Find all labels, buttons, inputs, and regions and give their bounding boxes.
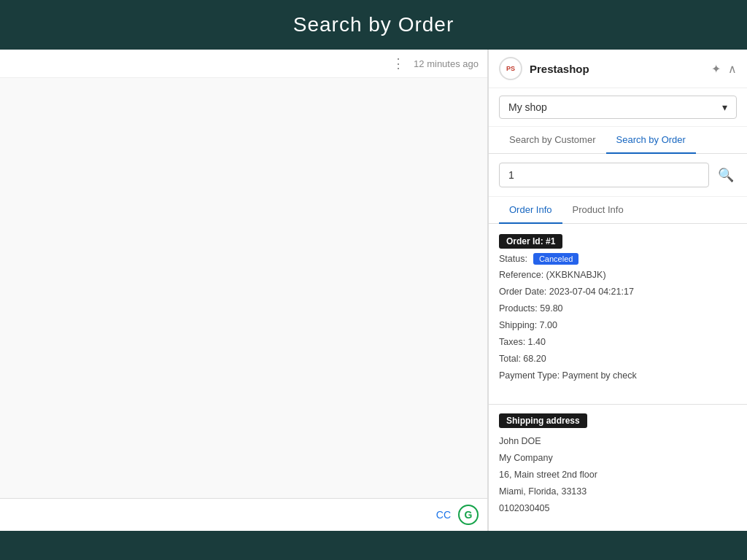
date-line: Order Date: 2023-07-04 04:21:17 bbox=[499, 284, 737, 299]
cc-label: CC bbox=[436, 509, 451, 521]
grammarly-button[interactable]: G bbox=[458, 505, 479, 525]
status-line: Status: Canceled bbox=[499, 253, 737, 265]
address-company: My Company bbox=[499, 451, 737, 465]
sub-tab-bar: Order Info Product Info bbox=[489, 197, 747, 224]
address-phone: 0102030405 bbox=[499, 501, 737, 516]
right-panel: PS Prestashop ✦ ∧ My shop ▾ Search by Cu… bbox=[488, 50, 747, 531]
bottom-bar bbox=[0, 531, 747, 560]
top-bar-title: Search by Order bbox=[293, 13, 454, 36]
divider-1 bbox=[489, 404, 747, 405]
header-left: PS Prestashop bbox=[499, 57, 589, 80]
shop-selector-value: My shop bbox=[508, 101, 547, 113]
taxes-line: Taxes: 1.40 bbox=[499, 335, 737, 349]
products-line: Products: 59.80 bbox=[499, 301, 737, 316]
left-panel-body bbox=[0, 78, 487, 501]
prestashop-logo: PS bbox=[499, 57, 522, 80]
sub-tab-product-info[interactable]: Product Info bbox=[562, 197, 634, 224]
order-id-badge: Order Id: #1 bbox=[499, 234, 562, 249]
address-name: John DOE bbox=[499, 434, 737, 448]
shop-selector[interactable]: My shop ▾ bbox=[499, 96, 737, 119]
search-icon: 🔍 bbox=[718, 168, 734, 182]
tab-search-by-order[interactable]: Search by Order bbox=[606, 127, 696, 154]
order-info-section: Order Id: #1 Status: Canceled Reference:… bbox=[489, 224, 747, 395]
main-tab-bar: Search by Customer Search by Order bbox=[489, 127, 747, 154]
app-name: Prestashop bbox=[530, 63, 589, 75]
chevron-down-icon: ▾ bbox=[722, 101, 727, 113]
left-panel-top-bar: ⋮ 12 minutes ago bbox=[0, 50, 487, 78]
timestamp: 12 minutes ago bbox=[414, 58, 479, 69]
left-panel: ⋮ 12 minutes ago CC G bbox=[0, 50, 488, 531]
shipping-line: Shipping: 7.00 bbox=[499, 318, 737, 332]
reference-line: Reference: (XKBKNABJK) bbox=[499, 268, 737, 282]
shipping-section: Shipping address John DOE My Company 16,… bbox=[489, 413, 747, 528]
top-bar: Search by Order bbox=[0, 0, 747, 50]
left-panel-bottom: CC G bbox=[0, 498, 487, 531]
payment-line: Payment Type: Payment by check bbox=[499, 368, 737, 383]
header-right: ✦ ∧ bbox=[711, 62, 737, 76]
right-panel-header: PS Prestashop ✦ ∧ bbox=[489, 50, 747, 88]
logo-text: PS bbox=[506, 65, 515, 72]
status-label: Status: bbox=[499, 254, 527, 264]
shop-selector-wrapper: My shop ▾ bbox=[489, 88, 747, 127]
search-area: 🔍 bbox=[489, 154, 747, 197]
search-button[interactable]: 🔍 bbox=[715, 164, 737, 186]
sub-tab-order-info[interactable]: Order Info bbox=[499, 197, 562, 224]
shipping-badge: Shipping address bbox=[499, 413, 587, 428]
main-content: ⋮ 12 minutes ago CC G PS Prestashop ✦ ∧ bbox=[0, 50, 747, 531]
total-line: Total: 68.20 bbox=[499, 351, 737, 366]
address-street: 16, Main street 2nd floor bbox=[499, 467, 737, 482]
tab-search-by-customer[interactable]: Search by Customer bbox=[499, 127, 606, 154]
address-city: Miami, Florida, 33133 bbox=[499, 484, 737, 499]
collapse-icon[interactable]: ∧ bbox=[728, 62, 737, 76]
pin-icon[interactable]: ✦ bbox=[711, 62, 721, 76]
search-input[interactable] bbox=[499, 163, 709, 187]
status-badge: Canceled bbox=[533, 253, 578, 265]
right-panel-scroll[interactable]: My shop ▾ Search by Customer Search by O… bbox=[489, 88, 747, 531]
more-options-icon[interactable]: ⋮ bbox=[392, 55, 405, 71]
